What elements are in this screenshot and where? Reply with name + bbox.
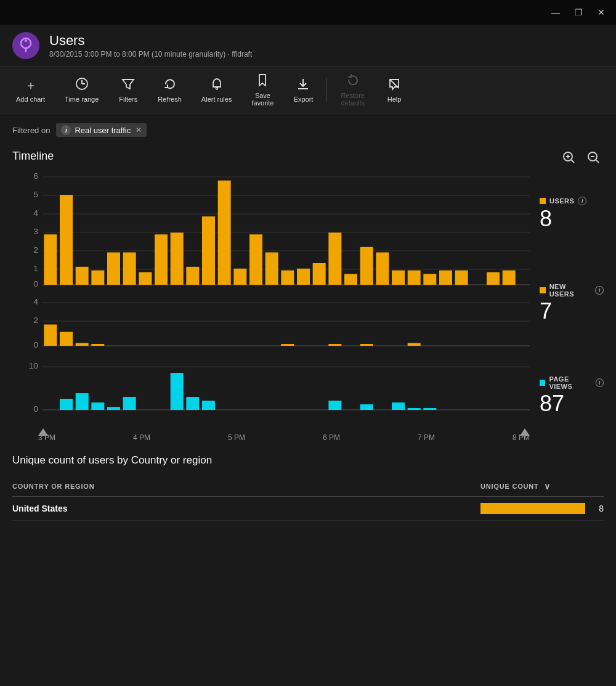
users-metric: USERS i 8 [540, 192, 604, 236]
add-chart-label: Add chart [16, 96, 45, 103]
save-favorite-label: Savefavorite [251, 92, 274, 107]
zoom-out-button[interactable] [583, 149, 604, 168]
table-row: United States 8 [12, 497, 604, 521]
svg-rect-44 [218, 181, 231, 285]
toolbar-divider [326, 78, 327, 102]
time-label-6pm: 6 PM [323, 433, 340, 442]
restore-defaults-button[interactable]: Restoredefaults [332, 70, 373, 110]
svg-rect-62 [503, 271, 516, 285]
bottom-section: Unique count of users by Country or regi… [12, 454, 604, 521]
svg-rect-34 [60, 195, 73, 285]
svg-rect-38 [123, 253, 136, 285]
svg-text:3: 3 [33, 227, 38, 236]
svg-rect-57 [423, 274, 436, 285]
svg-rect-82 [76, 393, 89, 410]
svg-rect-87 [186, 397, 199, 410]
main-content: Filtered on i Real user traffic ✕ Timeli… [0, 113, 616, 531]
svg-rect-88 [202, 401, 215, 410]
timeline-title: Timeline [12, 150, 54, 163]
time-label-5pm: 5 PM [228, 433, 245, 442]
new-users-metric-value: 7 [540, 299, 604, 324]
svg-rect-91 [392, 402, 405, 410]
svg-marker-95 [520, 428, 530, 436]
svg-rect-59 [455, 271, 468, 285]
svg-text:2: 2 [33, 316, 38, 325]
time-range-button[interactable]: Time range [56, 73, 107, 107]
svg-rect-45 [233, 269, 246, 285]
refresh-button[interactable]: Refresh [149, 73, 190, 107]
charts-left: 6 5 4 3 2 1 0 4 2 0 [12, 171, 530, 442]
svg-rect-84 [107, 407, 120, 410]
page-views-metric-value: 87 [540, 391, 604, 416]
titlebar-controls: — ❐ ✕ [548, 6, 609, 18]
table-header: COUNTRY OR REGION UNIQUE COUNT ∨ [12, 476, 604, 497]
new-users-color-bar [540, 287, 546, 293]
row-count-value: 8 [591, 504, 604, 513]
svg-rect-49 [297, 269, 310, 285]
row-bar-wrap: 8 [480, 503, 604, 514]
svg-line-18 [596, 160, 599, 163]
time-label-7pm: 7 PM [418, 433, 435, 442]
save-favorite-button[interactable]: Savefavorite [243, 70, 282, 110]
svg-rect-76 [408, 343, 421, 346]
filter-chip[interactable]: i Real user traffic ✕ [56, 123, 147, 137]
add-chart-button[interactable]: ＋ Add chart [7, 73, 54, 107]
zoom-in-button[interactable] [558, 149, 579, 168]
filters-button[interactable]: Filters [110, 73, 147, 107]
new-users-metric-label-row: NEW USERS i [540, 283, 604, 298]
users-metric-value: 8 [540, 206, 604, 231]
svg-rect-81 [60, 399, 73, 410]
page-views-color-bar [540, 380, 545, 386]
svg-rect-58 [439, 271, 452, 285]
svg-line-15 [571, 160, 574, 163]
svg-text:1: 1 [33, 264, 38, 273]
filter-info-icon[interactable]: i [61, 125, 71, 135]
help-button[interactable]: Help [376, 73, 413, 107]
filters-label: Filters [119, 96, 137, 103]
new-users-info-icon[interactable]: i [595, 286, 604, 295]
page-views-info-icon[interactable]: i [596, 378, 604, 387]
filter-remove-button[interactable]: ✕ [136, 126, 142, 134]
metrics-panel: USERS i 8 NEW USERS i 7 PA [530, 171, 604, 442]
svg-rect-75 [360, 344, 373, 346]
svg-text:0: 0 [33, 341, 38, 349]
svg-text:10: 10 [28, 362, 38, 370]
users-info-icon[interactable]: i [578, 197, 586, 205]
svg-rect-40 [155, 234, 168, 285]
svg-rect-54 [376, 253, 389, 285]
col-count-label: UNIQUE COUNT [480, 483, 539, 490]
svg-rect-47 [265, 253, 278, 285]
svg-rect-35 [76, 267, 89, 285]
zoom-in-icon [562, 150, 575, 164]
add-chart-icon: ＋ [25, 77, 37, 94]
refresh-icon [163, 77, 177, 94]
help-icon [387, 77, 401, 94]
col-count-header: UNIQUE COUNT ∨ [480, 481, 604, 491]
svg-text:4: 4 [33, 209, 38, 218]
alert-rules-button[interactable]: Alert rules [193, 73, 241, 107]
svg-rect-72 [91, 344, 104, 346]
minimize-button[interactable]: — [548, 6, 564, 18]
svg-point-8 [216, 88, 217, 89]
right-time-marker [520, 428, 530, 441]
filters-icon [121, 77, 135, 94]
svg-rect-86 [171, 373, 184, 410]
svg-text:6: 6 [33, 172, 38, 181]
export-button[interactable]: Export [285, 73, 322, 107]
time-axis: 3 PM 4 PM 5 PM 6 PM 7 PM 8 PM [38, 433, 530, 442]
alert-rules-icon [210, 77, 224, 94]
titlebar: — ❐ ✕ [0, 0, 616, 25]
page-views-metric-label-row: PAGE VIEWS i [540, 375, 604, 390]
time-axis-container: 3 PM 4 PM 5 PM 6 PM 7 PM 8 PM [12, 433, 530, 442]
sort-icon[interactable]: ∨ [544, 481, 551, 491]
maximize-button[interactable]: ❐ [571, 6, 586, 18]
svg-rect-50 [313, 263, 326, 285]
close-button[interactable]: ✕ [594, 6, 609, 18]
export-label: Export [294, 96, 314, 103]
alert-rules-label: Alert rules [201, 96, 232, 103]
filter-chip-label: Real user traffic [75, 126, 131, 135]
svg-rect-51 [328, 232, 341, 285]
page-views-metric-label: PAGE VIEWS [549, 375, 591, 390]
svg-rect-33 [44, 234, 57, 285]
app-header: Users 8/30/2015 3:00 PM to 8:00 PM (10 m… [0, 25, 616, 67]
